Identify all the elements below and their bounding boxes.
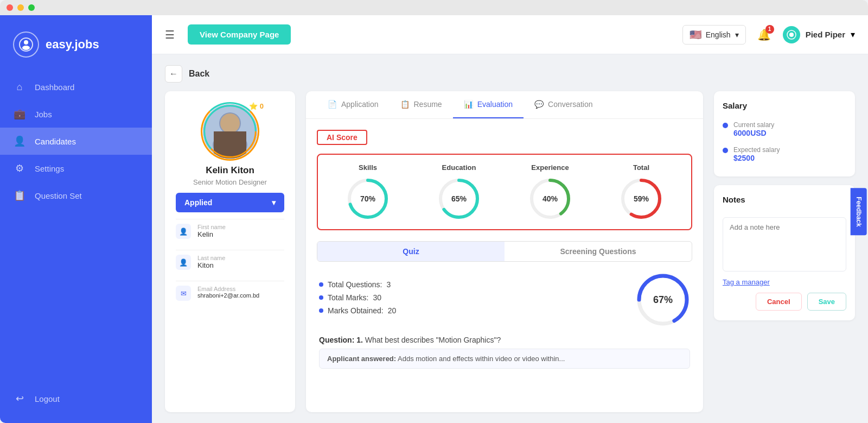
person-icon: 👤 bbox=[176, 224, 191, 239]
avatar-wrapper: ⭐ 0 bbox=[203, 104, 257, 159]
main-tabs: 📄 Application 📋 Resume 📊 Evaluation bbox=[306, 91, 703, 119]
arrow-left-icon: ← bbox=[169, 69, 178, 79]
question-number: Question: 1. bbox=[319, 336, 363, 344]
dropdown-chevron-icon: ▾ bbox=[272, 198, 276, 207]
back-button[interactable]: ← bbox=[165, 65, 182, 83]
quiz-content: Total Questions: 3 Total Marks: 30 bbox=[317, 273, 692, 369]
score-label-experience: Experience bbox=[531, 163, 569, 172]
sidebar-item-jobs[interactable]: 💼 Jobs bbox=[0, 100, 152, 128]
notes-card: Notes Tag a manager Cancel Save bbox=[714, 185, 855, 320]
score-pct-total: 59% bbox=[620, 177, 663, 220]
score-grid: Skills 70% Education 65% Experience bbox=[317, 154, 692, 230]
hamburger-icon[interactable]: ☰ bbox=[165, 28, 175, 41]
field-last-name: 👤 Last name Kiton bbox=[176, 250, 284, 274]
save-button[interactable]: Save bbox=[807, 293, 846, 311]
tab-evaluation[interactable]: 📊 Evaluation bbox=[453, 91, 524, 118]
salary-current-row: Current salary 6000USD bbox=[723, 117, 846, 142]
sidebar-label-question-set: Question Set bbox=[35, 191, 82, 200]
company-selector[interactable]: Pied Piper ▾ bbox=[783, 26, 855, 43]
status-dropdown[interactable]: Applied ▾ bbox=[176, 193, 284, 212]
notification-badge: 1 bbox=[765, 25, 774, 34]
quiz-circle: 67% bbox=[636, 273, 690, 327]
view-company-button[interactable]: View Company Page bbox=[188, 24, 291, 45]
sidebar: easy.jobs ⌂ Dashboard 💼 Jobs 👤 Candidate… bbox=[0, 15, 152, 423]
circle-chart-experience: 40% bbox=[528, 177, 572, 220]
tab-conversation[interactable]: 💬 Conversation bbox=[524, 91, 604, 118]
score-card-experience: Experience 40% bbox=[509, 163, 591, 220]
question-content: What best describes "Motion Graphics"? bbox=[365, 336, 501, 344]
first-name-value: Kelin bbox=[197, 230, 226, 238]
expected-salary-amount: $2500 bbox=[733, 154, 780, 162]
email-icon: ✉ bbox=[176, 286, 191, 301]
note-actions: Cancel Save bbox=[723, 293, 846, 311]
dot-icon bbox=[319, 282, 323, 287]
score-pct-experience: 40% bbox=[528, 177, 572, 220]
sub-tab-screening[interactable]: Screening Questions bbox=[505, 242, 692, 261]
logo-text: easy.jobs bbox=[46, 37, 99, 52]
tab-application[interactable]: 📄 Application bbox=[317, 91, 390, 118]
answer-label: Applicant answered: bbox=[327, 355, 396, 363]
logo: easy.jobs bbox=[0, 26, 152, 74]
sidebar-label-dashboard: Dashboard bbox=[35, 83, 74, 92]
sidebar-item-settings[interactable]: ⚙ Settings bbox=[0, 155, 152, 182]
sidebar-item-dashboard[interactable]: ⌂ Dashboard bbox=[0, 74, 152, 100]
answer-text: Adds motion and effects within video or … bbox=[398, 355, 565, 363]
total-questions-value: 3 bbox=[386, 280, 391, 289]
sidebar-item-question-set[interactable]: 📋 Question Set bbox=[0, 182, 152, 209]
right-panel: Salary Current salary 6000USD bbox=[714, 91, 855, 412]
minimize-button[interactable] bbox=[17, 4, 24, 11]
notification-bell[interactable]: 🔔 1 bbox=[755, 25, 774, 45]
language-label: English bbox=[706, 30, 731, 39]
field-email: ✉ Email Address shraboni+2@ar.com.bd bbox=[176, 281, 284, 305]
sub-tab-quiz[interactable]: Quiz bbox=[317, 242, 505, 261]
score-pct-skills: 70% bbox=[346, 177, 390, 220]
main-area: ☰ View Company Page 🇺🇸 English ▾ 🔔 1 Pie bbox=[152, 15, 868, 423]
header: ☰ View Company Page 🇺🇸 English ▾ 🔔 1 Pie bbox=[152, 15, 868, 54]
resume-icon: 📋 bbox=[400, 100, 410, 109]
last-name-label: Last name bbox=[197, 255, 225, 261]
page-layout: ⭐ 0 Kelin Kiton Senior Motion Designer A… bbox=[165, 91, 855, 412]
cancel-button[interactable]: Cancel bbox=[756, 293, 802, 311]
star-icon: ⭐ bbox=[249, 102, 258, 110]
score-label-skills: Skills bbox=[359, 163, 377, 172]
score-label-total: Total bbox=[633, 163, 649, 172]
language-selector[interactable]: 🇺🇸 English ▾ bbox=[682, 25, 746, 45]
stat-total-marks: Total Marks: 30 bbox=[319, 293, 625, 302]
company-chevron-icon: ▾ bbox=[851, 29, 855, 40]
score-card-skills: Skills 70% bbox=[327, 163, 409, 220]
star-count: 0 bbox=[260, 102, 264, 110]
total-marks-value: 30 bbox=[373, 293, 381, 302]
dot-icon-3 bbox=[319, 308, 323, 313]
close-button[interactable] bbox=[7, 4, 13, 11]
marks-obtained-value: 20 bbox=[388, 306, 397, 315]
company-logo-icon bbox=[783, 26, 800, 43]
circle-chart-total: 59% bbox=[620, 177, 663, 220]
expected-dot bbox=[723, 148, 728, 153]
candidates-icon: 👤 bbox=[13, 135, 26, 147]
note-textarea[interactable] bbox=[723, 217, 846, 272]
back-bar: ← Back bbox=[165, 65, 855, 83]
home-icon: ⌂ bbox=[13, 81, 26, 93]
feedback-tab[interactable]: Feedback bbox=[850, 188, 866, 235]
star-badge: ⭐ 0 bbox=[249, 102, 264, 110]
sidebar-item-candidates[interactable]: 👤 Candidates bbox=[0, 128, 152, 155]
stat-total-questions: Total Questions: 3 bbox=[319, 280, 625, 289]
svg-point-2 bbox=[22, 46, 30, 50]
gear-icon: ⚙ bbox=[13, 162, 26, 174]
salary-expected-row: Expected salary $2500 bbox=[723, 142, 846, 167]
first-name-label: First name bbox=[197, 224, 226, 230]
flag-icon: 🇺🇸 bbox=[690, 29, 701, 41]
back-label: Back bbox=[189, 69, 209, 79]
middle-panel: 📄 Application 📋 Resume 📊 Evaluation bbox=[306, 91, 703, 412]
total-questions-label: Total Questions: bbox=[328, 280, 382, 289]
tag-manager-link[interactable]: Tag a manager bbox=[723, 278, 846, 286]
maximize-button[interactable] bbox=[28, 4, 35, 11]
svg-point-1 bbox=[24, 40, 28, 45]
status-label: Applied bbox=[184, 198, 212, 207]
salary-card: Salary Current salary 6000USD bbox=[714, 91, 855, 176]
conversation-icon: 💬 bbox=[534, 100, 544, 109]
candidate-panel: ⭐ 0 Kelin Kiton Senior Motion Designer A… bbox=[165, 91, 295, 412]
sidebar-label-jobs: Jobs bbox=[35, 110, 52, 119]
tab-resume[interactable]: 📋 Resume bbox=[390, 91, 453, 118]
sidebar-item-logout[interactable]: ↩ Logout bbox=[0, 385, 152, 412]
